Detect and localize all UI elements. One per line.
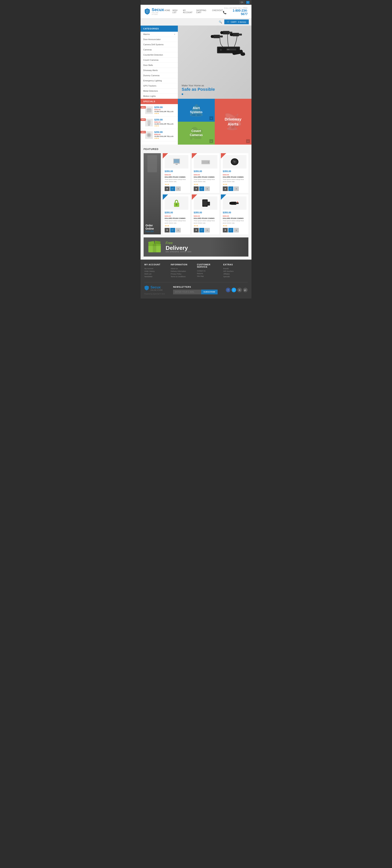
search-button[interactable]: 🔍 xyxy=(219,21,222,24)
hero-dot-3[interactable] xyxy=(187,93,189,95)
logo-name[interactable]: Secux xyxy=(151,8,164,12)
compare-button-3[interactable]: ≡ xyxy=(234,186,239,191)
category-tile-alert-systems[interactable]: 🔔 AlertSystems › xyxy=(178,99,215,122)
sidebar-link-camera-drill[interactable]: Camera Drill Systems xyxy=(141,42,178,47)
footer-link-specials[interactable]: Specials xyxy=(223,276,248,278)
wishlist-button-6[interactable]: ★ xyxy=(223,228,228,232)
footer-link-wish-list[interactable]: Wish List xyxy=(144,273,169,275)
wishlist-button-3[interactable]: ★ xyxy=(223,186,228,191)
sidebar-item[interactable]: Alarms xyxy=(141,32,178,37)
sidebar-item[interactable]: Covert Cameras xyxy=(141,58,178,63)
category-tile-driveway-alerts[interactable]: 📡 DrivewayAlerts › xyxy=(215,99,252,145)
language-selector[interactable]: EN xyxy=(240,1,245,4)
newsletter-subscribe-button[interactable]: SUBSCRIBE xyxy=(201,289,218,294)
wishlist-button-2[interactable]: ★ xyxy=(194,186,199,191)
special-product-svg-3 xyxy=(146,132,152,138)
special-item-2[interactable]: NEW $250.99 $350.00 ALIDU DOLOR TELLUS ★… xyxy=(141,117,178,129)
compare-button-6[interactable]: ≡ xyxy=(234,228,239,232)
cart-button[interactable]: 🛒 CART: 3 item(s) xyxy=(224,20,249,24)
sidebar-item[interactable]: Emergency Lighting xyxy=(141,78,178,83)
special-item-3[interactable]: NEW $250.99 $350.00 ALIDU DOLOR TELLUS ★… xyxy=(141,129,178,142)
hero-dot-1[interactable] xyxy=(181,93,183,95)
footer-link-affiliates[interactable]: Affiliates xyxy=(223,273,248,275)
sidebar-link-doorbells[interactable]: Door Bells xyxy=(141,63,178,68)
sidebar-link-emergency[interactable]: Emergency Lighting xyxy=(141,78,178,83)
footer-link-sitemap[interactable]: Site Map xyxy=(197,275,221,277)
sidebar-item[interactable]: Cameras xyxy=(141,47,178,52)
nav-myaccount[interactable]: MY ACCOUNT xyxy=(183,9,194,13)
compare-button-4[interactable]: ≡ xyxy=(176,228,181,232)
nav-checkout[interactable]: CHECKOUT xyxy=(212,9,223,13)
footer-link-returns[interactable]: Returns xyxy=(197,273,221,275)
compare-button-5[interactable]: ≡ xyxy=(205,228,210,232)
alert-systems-arrow[interactable]: › xyxy=(209,116,213,120)
add-to-cart-button-3[interactable]: 🛒 xyxy=(228,186,233,191)
phone-number[interactable]: 1-800-234-5677 xyxy=(228,9,248,16)
sidebar-item[interactable]: Dummy Cameras xyxy=(141,73,178,78)
sidebar-link-dummy[interactable]: Dummy Cameras xyxy=(141,73,178,78)
product-price-new-3: $355.00 xyxy=(223,170,247,173)
sidebar-item[interactable]: GPS Trackers xyxy=(141,83,178,88)
footer-link-about[interactable]: About Us xyxy=(171,268,195,270)
twitter-icon[interactable]: t xyxy=(231,288,236,292)
sidebar-item[interactable]: Counterfeit Detection xyxy=(141,52,178,58)
sidebar-link-alarms[interactable]: Alarms xyxy=(141,32,178,37)
footer-link-terms[interactable]: Terms & Conditions xyxy=(171,276,195,278)
special-item-1[interactable]: NEW $250.99 $350.00 ALIDU DOLOR TELLUS ★… xyxy=(141,104,178,117)
facebook-icon[interactable]: f xyxy=(226,288,230,292)
alert-systems-label: AlertSystems xyxy=(190,106,202,114)
footer-col-title-my-account: MY ACCOUNT xyxy=(144,264,169,266)
nav-wishlist[interactable]: WISH LIST xyxy=(172,9,181,13)
order-online-box[interactable]: Order Online From $99 xyxy=(144,153,161,235)
sidebar-link-counterfeit[interactable]: Counterfeit Detection xyxy=(141,52,178,57)
add-to-cart-button-4[interactable]: 🛒 xyxy=(170,228,175,232)
newsletter-email-input[interactable] xyxy=(173,289,201,294)
footer-link-contact[interactable]: Contact Us xyxy=(197,270,221,272)
footer-link-vouchers[interactable]: Gift Vouchers xyxy=(223,270,248,272)
product-card-4: $355.00 $450.00 DOLORE IPSUM COMMIS Thui… xyxy=(163,194,190,234)
compare-button-2[interactable]: ≡ xyxy=(205,186,210,191)
sidebar-link-driveway[interactable]: Driveway Alerts xyxy=(141,68,178,73)
sidebar-item[interactable]: Driveway Alerts xyxy=(141,68,178,73)
sidebar-item[interactable]: Door Announciator xyxy=(141,37,178,42)
nav-home[interactable]: HOME xyxy=(164,9,170,13)
sidebar-link-cameras[interactable]: Cameras xyxy=(141,47,178,52)
wishlist-button-1[interactable]: ★ xyxy=(165,186,170,191)
footer-link-delivery-info[interactable]: Delivery Information xyxy=(171,270,195,272)
footer-link-brands[interactable]: Brands xyxy=(223,268,248,270)
cart-label: CART: xyxy=(231,21,237,23)
wishlist-button-5[interactable]: ★ xyxy=(194,228,199,232)
add-to-cart-button-6[interactable]: 🛒 xyxy=(228,228,233,232)
sidebar-item[interactable]: Camera Drill Systems xyxy=(141,42,178,47)
sidebar-menu: Alarms Door Announciator Camera Drill Sy… xyxy=(141,32,178,99)
wishlist-button-4[interactable]: ★ xyxy=(165,228,170,232)
special-info-3: $250.99 $350.00 ALIDU DOLOR TELLUS ★★★ xyxy=(154,131,176,139)
sidebar-link-motion[interactable]: Motion Lights xyxy=(141,94,178,99)
hero-dot-2[interactable] xyxy=(184,93,186,95)
sidebar-item[interactable]: Metal Detectors xyxy=(141,88,178,94)
footer-logo-name[interactable]: Secux xyxy=(150,285,163,289)
google-plus-icon[interactable]: g+ xyxy=(243,288,248,292)
add-to-cart-button-2[interactable]: 🛒 xyxy=(199,186,204,191)
product-price-new-2: $355.00 xyxy=(194,170,217,173)
category-tile-covert-cameras[interactable]: 🎥 CovertCameras › xyxy=(178,122,215,145)
add-to-cart-button-1[interactable]: 🛒 xyxy=(170,186,175,191)
sidebar-link-covert[interactable]: Covert Cameras xyxy=(141,58,178,62)
sidebar-link-metal[interactable]: Metal Detectors xyxy=(141,88,178,93)
add-to-cart-button-5[interactable]: 🛒 xyxy=(199,228,204,232)
sidebar-item[interactable]: Motion Lights xyxy=(141,94,178,99)
sidebar-item[interactable]: Door Bells xyxy=(141,63,178,68)
nav-cart[interactable]: SHOPPING CART xyxy=(196,9,210,13)
footer-col-title-extras: EXTRAS xyxy=(223,264,248,266)
covert-cameras-arrow[interactable]: › xyxy=(209,139,213,143)
sidebar-link-gps[interactable]: GPS Trackers xyxy=(141,83,178,88)
instagram-icon[interactable]: in xyxy=(237,288,242,292)
footer-link-my-account[interactable]: My Account xyxy=(144,268,169,270)
special-stars-1: ★★★ xyxy=(154,113,176,115)
footer-link-newsletter[interactable]: Newsletter xyxy=(144,276,169,278)
compare-button-1[interactable]: ≡ xyxy=(176,186,181,191)
driveway-alerts-arrow[interactable]: › xyxy=(246,139,250,143)
sidebar-link-door-ann[interactable]: Door Announciator xyxy=(141,37,178,42)
footer-link-order-history[interactable]: Order History xyxy=(144,270,169,272)
footer-link-privacy[interactable]: Privacy Policy xyxy=(171,273,195,275)
